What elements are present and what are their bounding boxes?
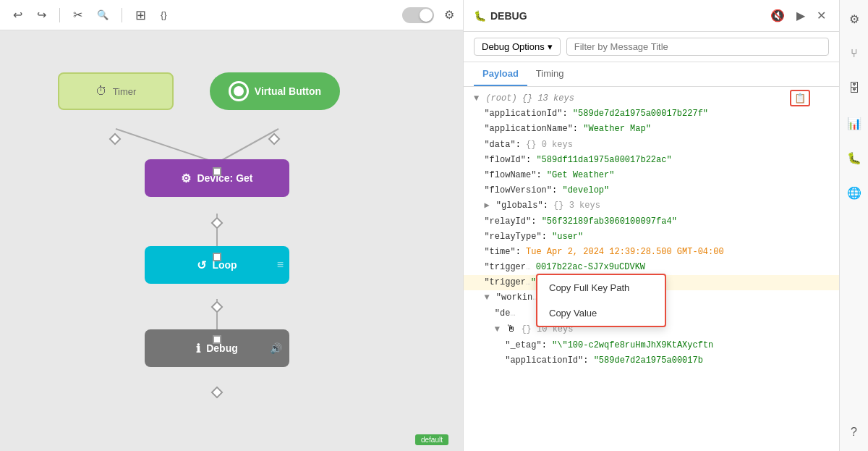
json-val-appid2: "589de7d2a1975a00017b <box>594 355 703 366</box>
json-line-3: "data": {} 0 keys <box>464 138 839 153</box>
json-val-trigger1: 0017b22ac-SJ7x9uCDVKW <box>531 262 645 272</box>
default-badge: default <box>415 434 448 445</box>
cut-button[interactable]: ✂ <box>69 5 87 25</box>
right-sidebar: ⚙ ⑂ 🗄 📊 🐛 🌐 ? <box>839 0 868 451</box>
redo-button[interactable]: ↪ <box>33 5 51 25</box>
debug-filter-input[interactable] <box>566 38 829 56</box>
context-menu-copy-value[interactable]: Copy Value <box>537 300 665 326</box>
device-label: Device: Get <box>197 172 252 184</box>
cursor-icon: 🖱 <box>506 324 516 334</box>
json-line-4: "flowId": "589df11da1975a00017b22ac" <box>464 153 839 168</box>
canvas-connections <box>0 0 463 451</box>
search-button[interactable]: 🔍 <box>93 7 113 23</box>
json-val-1: "589de7d2a1975a00017b227f" <box>573 109 708 119</box>
json-line-6: "flowVersion": "develop" <box>464 183 839 198</box>
node-device-get[interactable]: ⚙ Device: Get <box>145 159 289 197</box>
node-virtual-button[interactable]: Virtual Button <box>210 72 340 110</box>
virtual-button-icon <box>229 81 249 101</box>
json-val-2: "Weather Map" <box>583 124 651 134</box>
debug-close-button[interactable]: ✕ <box>814 7 829 24</box>
virtual-button-label: Virtual Button <box>255 85 321 97</box>
json-key-time: "time" <box>484 247 515 257</box>
json-key-9: "relayType" <box>484 232 541 242</box>
json-line-appid2: "applicationId": "589de7d2a1975a00017b <box>464 353 839 368</box>
code-button[interactable]: {} <box>156 7 171 23</box>
canvas-area: ↩ ↪ ✂ 🔍 ⊞ {} ⚙ ⏱ Timer Virtual Button <box>0 0 463 451</box>
json-key-4: "flowId" <box>484 155 526 165</box>
json-line-1: "applicationId": "589de7d2a1975a00017b22… <box>464 106 839 122</box>
toggle-switch[interactable] <box>402 7 434 23</box>
json-val-3: {} 0 keys <box>526 140 573 150</box>
json-key-8: "relayId" <box>484 216 531 227</box>
connector-loop-in <box>213 253 221 261</box>
json-root-line: ▼ (root) {} 13 keys <box>464 91 839 106</box>
node-timer[interactable]: ⏱ Timer <box>58 72 174 110</box>
add-button[interactable]: ⊞ <box>131 4 150 26</box>
loop-badge-icon: ≡ <box>277 258 284 271</box>
debug-header: 🐛 DEBUG 🔇 ▶ ✕ <box>464 0 839 32</box>
settings-icon: ⚙ <box>444 8 454 22</box>
timer-label: Timer <box>113 86 137 97</box>
json-key-appid2: "applicationId" <box>505 355 583 366</box>
expand-icon[interactable]: ▼ <box>474 93 479 104</box>
connector-debug-out <box>211 387 224 399</box>
debug-speaker-icon: 🔊 <box>270 342 282 354</box>
connector-vb-out <box>268 133 281 146</box>
context-menu: Copy Full Key Path Copy Value <box>536 274 666 327</box>
json-truncated-4: … <box>510 308 515 319</box>
debug-toolbar: Debug Options ▾ <box>464 32 839 62</box>
svg-line-0 <box>116 129 217 163</box>
json-key-trigger2: "trigger <box>484 277 526 287</box>
undo-button[interactable]: ↩ <box>9 5 27 25</box>
debug-mute-button[interactable]: 🔇 <box>767 7 788 24</box>
debug-node-label: Debug <box>206 342 238 354</box>
sidebar-settings-icon[interactable]: ⚙ <box>843 7 866 30</box>
tab-timing[interactable]: Timing <box>527 62 573 86</box>
svg-line-1 <box>217 129 278 163</box>
expand-cursor[interactable]: ▼ <box>495 324 500 334</box>
debug-panel: 🐛 DEBUG 🔇 ▶ ✕ Debug Options ▾ Payload Ti… <box>463 0 839 451</box>
toggle-knob <box>420 9 433 22</box>
json-val-trigger2: " <box>531 277 536 287</box>
debug-title-text: DEBUG <box>490 10 527 22</box>
json-key-etag: "_etag" <box>505 340 541 350</box>
json-val-9: "user" <box>552 232 583 242</box>
json-truncated-1: … <box>526 263 531 271</box>
sidebar-help-icon[interactable]: ? <box>843 421 866 444</box>
expand-globals[interactable]: ▶ <box>484 201 489 211</box>
connector-timer-out <box>109 133 122 146</box>
debug-options-button[interactable]: Debug Options ▾ <box>474 38 561 56</box>
json-key-2: "applicationName" <box>484 124 572 134</box>
sidebar-chart-icon[interactable]: 📊 <box>843 111 866 135</box>
toolbar-divider-2 <box>122 8 122 22</box>
tab-payload[interactable]: Payload <box>474 62 527 86</box>
debug-options-label: Debug Options <box>482 41 545 52</box>
expand-working[interactable]: ▼ <box>484 292 489 303</box>
json-val-etag: "\"100-c2wqfe8ruHmJhX9KtAXycftn <box>552 340 713 350</box>
json-key-working: "workin <box>496 292 532 303</box>
sidebar-fork-icon[interactable]: ⑂ <box>843 42 866 65</box>
debug-play-button[interactable]: ▶ <box>793 7 808 24</box>
debug-tabs: Payload Timing <box>464 62 839 87</box>
connector-debug-in <box>213 335 221 344</box>
json-line-time: "time": Tue Apr 2, 2024 12:39:28.500 GMT… <box>464 245 839 260</box>
sidebar-database-icon[interactable]: 🗄 <box>843 77 866 100</box>
toolbar: ↩ ↪ ✂ 🔍 ⊞ {} ⚙ <box>0 0 463 30</box>
debug-content[interactable]: 📋 ▼ (root) {} 13 keys "applicationId": "… <box>464 87 839 451</box>
connector-device-out <box>211 217 224 229</box>
context-menu-copy-full-path[interactable]: Copy Full Key Path <box>537 275 665 300</box>
loop-icon: ↺ <box>197 258 206 272</box>
timer-icon: ⏱ <box>95 85 107 98</box>
sidebar-debug-icon[interactable]: 🐛 <box>843 146 866 169</box>
debug-title: 🐛 DEBUG <box>474 10 767 22</box>
json-key-5: "flowName" <box>484 170 536 180</box>
json-val-time: Tue Apr 2, 2024 12:39:28.500 GMT-04:00 <box>526 247 724 257</box>
debug-title-icon: 🐛 <box>474 10 486 22</box>
node-loop[interactable]: ↺ Loop ≡ <box>145 246 289 284</box>
json-key-de: "de <box>495 308 511 319</box>
json-key-7: "globals" <box>496 201 543 211</box>
json-val-4: "589df11da1975a00017b22ac" <box>536 155 671 165</box>
sidebar-globe-icon[interactable]: 🌐 <box>843 181 866 204</box>
json-key-6: "flowVersion" <box>484 185 552 195</box>
toolbar-divider-1 <box>59 8 60 22</box>
